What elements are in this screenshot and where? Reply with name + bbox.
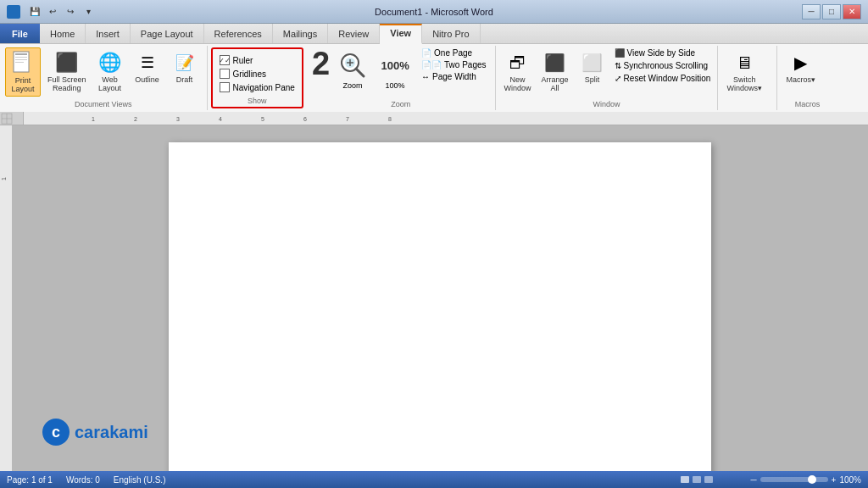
switch-windows-button[interactable]: 🖥 SwitchWindows▾ — [723, 47, 765, 95]
svg-text:2: 2 — [134, 116, 137, 122]
draft-button[interactable]: 📝 Draft — [168, 47, 202, 86]
web-layout-label: WebLayout — [98, 76, 121, 93]
ribbon-tabs: File Home Insert Page Layout References … — [0, 24, 868, 44]
zoom-100-icon: 100% — [379, 49, 411, 81]
print-layout-button[interactable]: PrintLayout — [5, 47, 41, 97]
tab-review[interactable]: Review — [328, 24, 380, 43]
horizontal-ruler: 123 456 78 — [24, 112, 868, 125]
outline-button[interactable]: ☰ Outline — [131, 47, 164, 86]
minimize-button[interactable]: ─ — [802, 4, 821, 19]
zoom-slider[interactable] — [760, 477, 828, 482]
ruler-corner — [0, 112, 24, 125]
two-pages-label: Two Pages — [444, 60, 486, 69]
svg-text:7: 7 — [346, 116, 349, 122]
page-width-button[interactable]: ↔ Page Width — [418, 71, 489, 82]
new-window-label: NewWindow — [504, 76, 531, 93]
page-info: Page: 1 of 1 — [7, 475, 53, 485]
svg-rect-24 — [681, 476, 689, 483]
synchronous-scrolling-button[interactable]: ⇅ Synchronous Scrolling — [613, 60, 713, 71]
view-icons — [679, 474, 747, 485]
window-controls: ─ □ ✕ — [802, 4, 861, 19]
ribbon-content: PrintLayout ⬛ Full ScreenReading 🌐 WebLa… — [0, 44, 868, 112]
switch-windows-label: SwitchWindows▾ — [726, 76, 762, 93]
zoom-100-button[interactable]: 100% 100% — [376, 47, 415, 92]
quick-access-toolbar: 💾 ↩ ↪ ▾ — [27, 4, 96, 19]
synchronous-scrolling-label: Synchronous Scrolling — [624, 61, 709, 70]
one-page-label: One Page — [434, 48, 472, 58]
split-button[interactable]: ⬜ Split — [576, 47, 609, 86]
maximize-button[interactable]: □ — [822, 4, 841, 19]
sync-scroll-icon: ⇅ — [615, 61, 621, 70]
zoom-icon — [337, 49, 369, 81]
tab-references[interactable]: References — [204, 24, 273, 43]
svg-text:4: 4 — [219, 116, 222, 122]
view-side-by-side-label: View Side by Side — [627, 48, 695, 58]
gridlines-check-box — [220, 69, 230, 79]
macros-label: Macros▾ — [786, 76, 815, 85]
document-views-group: PrintLayout ⬛ Full ScreenReading 🌐 WebLa… — [0, 46, 208, 110]
tab-page-layout[interactable]: Page Layout — [131, 24, 204, 43]
one-page-icon: 📄 — [421, 48, 431, 58]
zoom-label: Zoom — [343, 81, 363, 90]
tab-home[interactable]: Home — [40, 24, 86, 43]
show-label: Show — [213, 97, 302, 105]
watermark: c carakami — [42, 419, 148, 446]
view-side-by-side-icon: ⬛ — [615, 48, 625, 58]
language: English (U.S.) — [114, 475, 166, 485]
zoom-controls: ─ + 100% — [750, 475, 861, 485]
page-width-label: Page Width — [432, 72, 476, 81]
tab-insert[interactable]: Insert — [86, 24, 131, 43]
status-bar: Page: 1 of 1 Words: 0 English (U.S.) ─ +… — [0, 471, 868, 488]
full-screen-label: Full ScreenReading — [47, 76, 86, 93]
window-group: 🗗 NewWindow ⬛ ArrangeAll ⬜ Split ⬛ — [496, 46, 719, 110]
tab-nitro-pro[interactable]: Nitro Pro — [422, 24, 480, 43]
customize-btn[interactable]: ▾ — [81, 4, 96, 19]
document-page[interactable] — [169, 142, 711, 471]
word-count: Words: 0 — [66, 475, 100, 485]
zoom-button[interactable]: Zoom — [333, 47, 372, 90]
print-layout-label: PrintLayout — [11, 77, 34, 94]
svg-text:1: 1 — [92, 116, 95, 122]
tab-view[interactable]: View — [380, 24, 422, 44]
zoom-plus[interactable]: + — [832, 475, 837, 485]
ruler-label: Ruler — [233, 56, 253, 65]
new-window-button[interactable]: 🗗 NewWindow — [501, 47, 535, 95]
arrange-all-button[interactable]: ⬛ ArrangeAll — [538, 47, 572, 95]
ruler-checkbox[interactable]: ✓ Ruler — [218, 54, 297, 66]
window-group-label: Window — [496, 100, 718, 108]
full-screen-icon: ⬛ — [53, 49, 81, 76]
tab-file[interactable]: File — [0, 24, 40, 43]
svg-line-7 — [356, 69, 364, 76]
outline-icon: ☰ — [134, 49, 161, 76]
close-button[interactable]: ✕ — [843, 4, 861, 19]
macros-group-label: Macros — [777, 100, 837, 108]
tab-mailings[interactable]: Mailings — [273, 24, 328, 43]
split-icon: ⬜ — [579, 49, 606, 76]
web-layout-button[interactable]: 🌐 WebLayout — [93, 47, 127, 95]
zoom-page-buttons: 📄 One Page 📄📄 Two Pages ↔ Page Width — [418, 47, 489, 82]
ruler-check-box: ✓ — [220, 55, 230, 65]
two-pages-button[interactable]: 📄📄 Two Pages — [418, 59, 489, 70]
arrange-all-label: ArrangeAll — [542, 76, 569, 93]
gridlines-label: Gridlines — [233, 69, 266, 79]
zoom-100-label: 100% — [386, 81, 405, 90]
outline-label: Outline — [135, 76, 159, 85]
svg-rect-4 — [15, 62, 24, 63]
zoom-minus[interactable]: ─ — [750, 475, 756, 485]
switch-windows-icon: 🖥 — [731, 49, 758, 76]
view-side-by-side-button[interactable]: ⬛ View Side by Side — [613, 47, 713, 58]
redo-btn[interactable]: ↪ — [63, 4, 78, 19]
draft-icon: 📝 — [171, 49, 198, 76]
one-page-button[interactable]: 📄 One Page — [418, 47, 489, 58]
macros-button[interactable]: ▶ Macros▾ — [782, 47, 819, 86]
svg-rect-26 — [704, 476, 713, 483]
zoom-group: 2 Zoom 100% — [307, 46, 496, 110]
navigation-pane-checkbox[interactable]: Navigation Pane — [218, 81, 297, 93]
full-screen-reading-button[interactable]: ⬛ Full ScreenReading — [44, 47, 90, 95]
svg-text:8: 8 — [388, 116, 392, 122]
gridlines-checkbox[interactable]: Gridlines — [218, 68, 297, 80]
reset-window-position-button[interactable]: ⤢ Reset Window Position — [613, 73, 713, 84]
save-btn[interactable]: 💾 — [27, 4, 42, 19]
draft-label: Draft — [176, 76, 193, 85]
undo-btn[interactable]: ↩ — [45, 4, 60, 19]
